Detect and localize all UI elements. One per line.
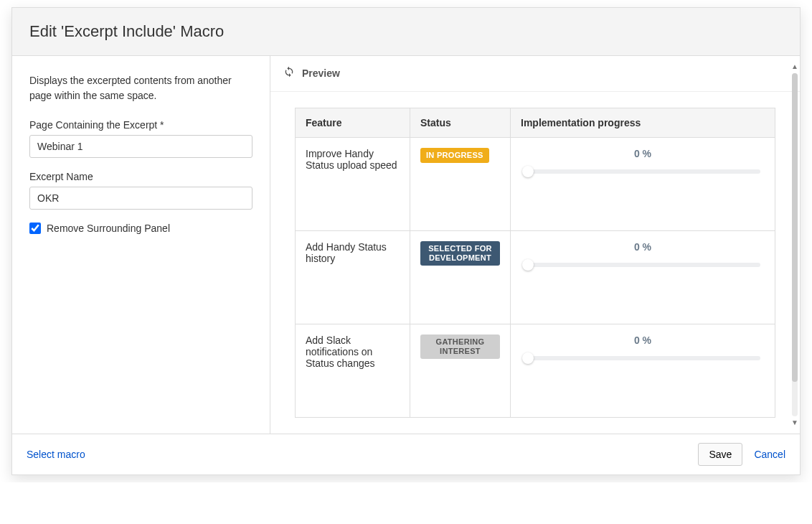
status-badge: SELECTED FOR DEVELOPMENT xyxy=(420,241,500,266)
scroll-down-icon[interactable]: ▼ xyxy=(790,418,800,428)
progress-label: 0 % xyxy=(521,241,765,253)
table-header-row: Feature Status Implementation progress xyxy=(296,108,775,138)
excerpt-name-group: Excerpt Name xyxy=(29,171,252,210)
select-macro-link[interactable]: Select macro xyxy=(27,449,85,460)
preview-header: Preview xyxy=(270,56,800,92)
scroll-up-icon[interactable]: ▲ xyxy=(790,62,800,72)
slider-thumb[interactable] xyxy=(522,166,534,177)
excerpt-name-label: Excerpt Name xyxy=(29,171,252,182)
col-progress: Implementation progress xyxy=(511,108,775,138)
sidebar: Displays the excerpted contents from ano… xyxy=(12,56,270,434)
preview-table: Feature Status Implementation progress I… xyxy=(295,108,775,418)
remove-panel-row: Remove Surrounding Panel xyxy=(29,223,252,234)
table-row: Add Handy Status historySELECTED FOR DEV… xyxy=(296,231,775,324)
slider-thumb[interactable] xyxy=(522,259,534,271)
table-row: Add Slack notifications on Status change… xyxy=(296,324,775,418)
page-field-group: Page Containing the Excerpt * xyxy=(29,119,252,158)
dialog-footer: Select macro Save Cancel xyxy=(12,434,800,474)
slider-thumb[interactable] xyxy=(522,352,534,364)
feature-cell: Improve Handy Status upload speed xyxy=(296,138,410,231)
table-row: Improve Handy Status upload speedIN PROG… xyxy=(296,138,775,231)
footer-right: Save Cancel xyxy=(698,443,785,466)
status-cell: IN PROGRESS xyxy=(410,138,511,231)
preview-scrollbar[interactable]: ▲ ▼ xyxy=(790,62,800,428)
status-badge: GATHERING INTEREST xyxy=(420,334,500,359)
progress-label: 0 % xyxy=(521,148,765,159)
macro-edit-dialog: Edit 'Excerpt Include' Macro Displays th… xyxy=(11,7,801,475)
status-cell: SELECTED FOR DEVELOPMENT xyxy=(410,231,511,324)
status-badge: IN PROGRESS xyxy=(420,148,489,163)
preview-label: Preview xyxy=(302,67,340,79)
progress-slider[interactable] xyxy=(525,356,760,360)
excerpt-name-input[interactable] xyxy=(29,187,252,210)
progress-slider[interactable] xyxy=(525,263,760,267)
feature-cell: Add Handy Status history xyxy=(296,231,410,324)
progress-label: 0 % xyxy=(521,334,765,346)
dialog-title: Edit 'Excerpt Include' Macro xyxy=(29,22,783,41)
scroll-thumb[interactable] xyxy=(792,73,798,382)
dialog-header: Edit 'Excerpt Include' Macro xyxy=(12,8,800,56)
status-cell: GATHERING INTEREST xyxy=(410,324,511,418)
progress-slider[interactable] xyxy=(525,169,760,174)
save-button[interactable]: Save xyxy=(698,443,742,466)
col-status: Status xyxy=(410,108,511,138)
progress-cell: 0 % xyxy=(511,231,775,324)
preview-pane: Preview Feature Status Implementation pr… xyxy=(270,56,800,434)
progress-cell: 0 % xyxy=(511,138,775,231)
col-feature: Feature xyxy=(296,108,410,138)
remove-panel-checkbox[interactable] xyxy=(29,223,41,234)
cancel-link[interactable]: Cancel xyxy=(754,449,785,460)
remove-panel-label: Remove Surrounding Panel xyxy=(47,223,170,234)
feature-cell: Add Slack notifications on Status change… xyxy=(296,324,410,418)
scroll-track[interactable] xyxy=(792,73,798,416)
preview-content: Feature Status Implementation progress I… xyxy=(270,92,800,434)
page-field-label: Page Containing the Excerpt * xyxy=(29,119,252,131)
dialog-body: Displays the excerpted contents from ano… xyxy=(12,56,800,434)
refresh-icon[interactable] xyxy=(283,66,295,80)
progress-cell: 0 % xyxy=(511,324,775,418)
macro-description: Displays the excerpted contents from ano… xyxy=(29,73,252,103)
page-field-input[interactable] xyxy=(29,135,252,158)
